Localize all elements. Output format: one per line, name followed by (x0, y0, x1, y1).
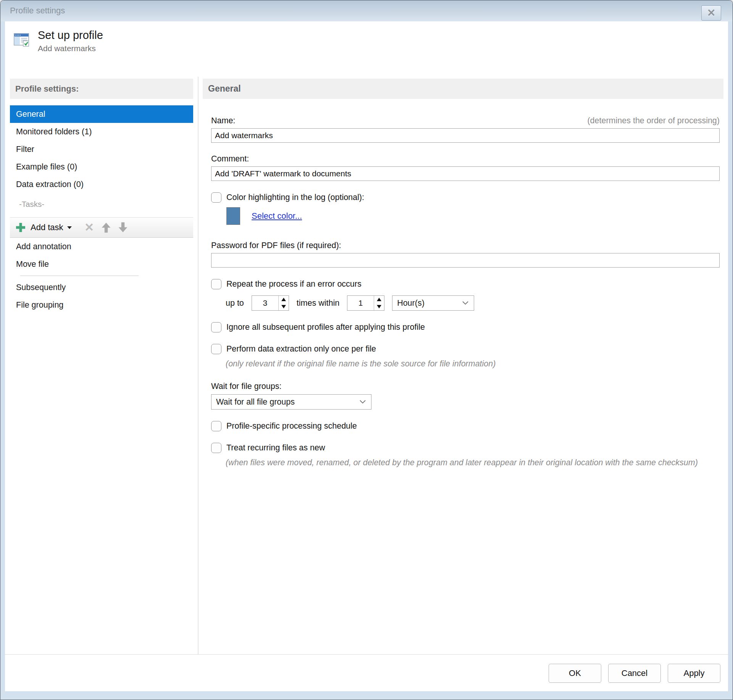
name-label-row: Name: (determines the order of processin… (211, 116, 720, 126)
repeat-unit-value: Hour(s) (397, 298, 425, 308)
ignore-subsequent-checkbox[interactable] (211, 322, 221, 332)
password-label: Password for PDF files (if required): (211, 241, 341, 250)
extract-once-note: (only relevant if the original file name… (226, 358, 720, 370)
sidebar-item-label: General (16, 110, 45, 119)
move-task-down-button[interactable] (115, 219, 131, 236)
arrow-up-icon (100, 222, 112, 233)
color-highlighting-label: Color highlighting in the log (optional)… (226, 193, 364, 202)
sidebar-item-label: Subsequently (16, 283, 66, 292)
move-task-up-button[interactable] (98, 219, 115, 236)
delete-task-button[interactable]: ✕ (81, 219, 98, 236)
ok-button[interactable]: OK (549, 664, 601, 683)
repeat-process-checkbox[interactable] (211, 279, 221, 289)
schedule-row: Profile-specific processing schedule (211, 421, 720, 431)
repeat-process-row: Repeat the process if an error occurs (211, 279, 720, 289)
page-subtitle: Add watermarks (38, 44, 103, 53)
comment-input[interactable] (211, 166, 720, 181)
section-title: General (203, 79, 723, 99)
sidebar-item-monitored-folders[interactable]: Monitored folders (1) (10, 123, 193, 140)
add-task-button[interactable]: Add task (15, 222, 72, 233)
repeat-within-value: 1 (347, 296, 374, 310)
close-button[interactable]: ✕ (701, 5, 721, 21)
sidebar-item-filter[interactable]: Filter (10, 140, 193, 158)
dialog-header: Set up profile Add watermarks (5, 21, 728, 77)
dialog-header-text: Set up profile Add watermarks (38, 29, 103, 53)
comment-label: Comment: (211, 154, 249, 164)
recurring-row: Treat recurring files as new (211, 443, 720, 453)
repeat-unit-select[interactable]: Hour(s) (392, 295, 474, 311)
sidebar-nav: General Monitored folders (1) Filter Exa… (10, 105, 193, 193)
schedule-label: Profile-specific processing schedule (226, 421, 357, 431)
password-input[interactable] (211, 253, 720, 268)
sidebar-header: Profile settings: (10, 79, 193, 99)
ignore-subsequent-label: Ignore all subsequent profiles after app… (226, 323, 425, 332)
spin-up-button[interactable] (374, 296, 384, 303)
dialog-body: Profile settings: General Monitored fold… (5, 77, 728, 654)
ignore-subsequent-row: Ignore all subsequent profiles after app… (211, 322, 720, 332)
apply-button[interactable]: Apply (668, 664, 720, 683)
cancel-button[interactable]: Cancel (608, 664, 661, 683)
sidebar-item-data-extraction[interactable]: Data extraction (0) (10, 176, 193, 193)
repeat-within-spin-buttons (374, 296, 384, 310)
extract-once-label: Perform data extraction only once per fi… (226, 344, 376, 354)
main-panel: General Name: (determines the order of p… (203, 77, 723, 654)
sidebar-item-label: Data extraction (0) (16, 180, 84, 189)
name-label: Name: (211, 116, 235, 126)
task-item-label: Move file (16, 260, 49, 269)
window-title: Profile settings (10, 6, 65, 16)
dialog-content: Set up profile Add watermarks Profile se… (5, 21, 728, 691)
sidebar-main-divider (198, 77, 199, 654)
spin-down-button[interactable] (374, 303, 384, 310)
triangle-down-icon (281, 305, 286, 308)
wait-groups-select[interactable]: Wait for all file groups (211, 394, 371, 410)
chevron-down-icon (359, 399, 366, 405)
triangle-up-icon (377, 298, 381, 301)
color-highlighting-row: Color highlighting in the log (optional)… (211, 192, 720, 203)
title-bar: Profile settings ✕ (0, 0, 733, 21)
select-color-link[interactable]: Select color... (252, 211, 302, 221)
comment-label-row: Comment: (211, 154, 720, 164)
sidebar-item-label: File grouping (16, 300, 63, 310)
task-toolbar: Add task ✕ (10, 217, 193, 238)
task-item-add-annotation[interactable]: Add annotation (10, 238, 193, 255)
sidebar-item-subsequently[interactable]: Subsequently (10, 279, 193, 296)
sidebar-item-label: Filter (16, 145, 34, 154)
page-title: Set up profile (38, 29, 103, 42)
repeat-times-value: 3 (252, 296, 278, 310)
repeat-up-to-label: up to (226, 298, 244, 308)
wait-groups-value: Wait for all file groups (216, 397, 295, 407)
recurring-label: Treat recurring files as new (226, 443, 325, 453)
password-label-row: Password for PDF files (if required): (211, 241, 720, 250)
sidebar-item-example-files[interactable]: Example files (0) (10, 158, 193, 176)
recurring-checkbox[interactable] (211, 443, 221, 453)
schedule-checkbox[interactable] (211, 421, 221, 431)
repeat-times-spin-buttons (278, 296, 289, 310)
sidebar-divider (20, 276, 139, 276)
delete-icon: ✕ (84, 222, 94, 233)
spin-up-button[interactable] (279, 296, 289, 303)
profile-settings-dialog: Profile settings ✕ Set up pro (0, 0, 733, 700)
repeat-within-stepper[interactable]: 1 (347, 295, 384, 311)
sidebar-item-label: Example files (0) (16, 162, 77, 172)
color-highlighting-checkbox[interactable] (211, 192, 221, 203)
spin-down-button[interactable] (279, 303, 289, 310)
tasks-caption: -Tasks- (10, 198, 193, 210)
name-input[interactable] (211, 128, 720, 143)
extract-once-checkbox[interactable] (211, 344, 221, 354)
name-hint: (determines the order of processing) (587, 116, 720, 126)
task-item-label: Add annotation (16, 242, 71, 252)
plus-icon (15, 222, 26, 233)
chevron-down-icon (67, 226, 72, 229)
wait-groups-label-row: Wait for file groups: (211, 382, 720, 391)
repeat-times-within-label: times within (297, 298, 339, 308)
repeat-times-stepper[interactable]: 3 (252, 295, 289, 311)
general-form: Name: (determines the order of processin… (203, 116, 723, 469)
sidebar-item-file-grouping[interactable]: File grouping (10, 296, 193, 314)
task-item-move-file[interactable]: Move file (10, 255, 193, 273)
setup-profile-icon (13, 31, 31, 49)
repeat-process-label: Repeat the process if an error occurs (226, 279, 362, 289)
sidebar-item-general[interactable]: General (10, 105, 193, 123)
add-task-label: Add task (31, 223, 63, 232)
dialog-footer: OK Cancel Apply (5, 654, 728, 691)
color-swatch-row: Select color... (226, 207, 720, 225)
